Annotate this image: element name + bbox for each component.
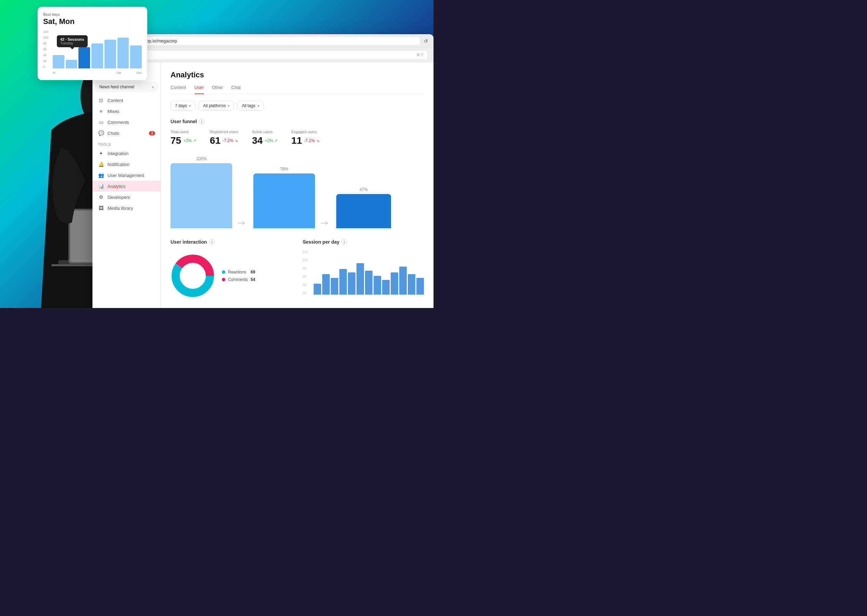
developers-icon: ⚙ <box>98 194 104 200</box>
active-users-change: +2% ↗ <box>265 138 278 143</box>
sidebar-item-notification[interactable]: 🔔 Notification <box>93 159 160 170</box>
funnel-pct-3: 47% <box>360 187 368 192</box>
days-filter[interactable]: 7 days ▾ <box>170 101 195 110</box>
session-bar-6 <box>356 263 364 295</box>
session-chart: 120 100 80 60 40 20 <box>303 250 424 302</box>
pie-chart-area: Reactions 69 Comments 54 <box>170 250 292 302</box>
user-management-icon: 👥 <box>98 173 104 178</box>
y-label-0: 0 <box>43 65 48 68</box>
session-bar-2 <box>322 274 330 295</box>
platforms-filter[interactable]: All platforms ▾ <box>198 101 234 110</box>
analytics-icon: 📊 <box>98 184 104 189</box>
funnel-bar-2 <box>253 173 315 228</box>
filters-row: 7 days ▾ All platforms ▾ All tags ▾ <box>170 101 424 110</box>
sidebar-item-user-management[interactable]: 👥 User Management <box>93 170 160 181</box>
session-bar-12 <box>408 274 415 295</box>
chart-y-axis: 120 100 80 60 40 20 0 <box>43 30 48 75</box>
active-users-label: Active users <box>252 130 278 134</box>
chart-card-label: Best days <box>43 12 142 16</box>
x-label-m: M <box>53 71 55 75</box>
chart-x-labels: M Sat Sun <box>53 71 142 75</box>
y-label-80: 80 <box>43 42 48 45</box>
registered-users-label: Registered users <box>210 130 238 134</box>
sidebar-item-integration[interactable]: ✦ Integration <box>93 148 160 159</box>
sidebar-mixes-label: Mixes <box>107 109 155 114</box>
tab-content[interactable]: Content <box>170 85 186 94</box>
session-bar-7 <box>365 271 373 295</box>
user-funnel-title: User funnel i <box>170 119 424 124</box>
user-interaction-info-icon[interactable]: i <box>209 239 215 245</box>
funnel-connector-1 <box>238 153 248 228</box>
chart-bar-5 <box>104 40 116 68</box>
session-bar-8 <box>374 276 381 295</box>
chart-bar-4 <box>91 44 103 68</box>
x-label-sat: Sat <box>116 71 121 75</box>
browser-url-bar[interactable]: 🔒 tchop.io/megacorp <box>129 37 420 45</box>
funnel-bar-group-1: 100% <box>170 156 232 228</box>
notification-icon: 🔔 <box>98 162 104 167</box>
channel-selector[interactable]: News feed channel ▾ <box>95 82 158 92</box>
sidebar-item-content[interactable]: ⊡ Content <box>93 95 160 106</box>
funnel-bar-1 <box>170 163 232 228</box>
session-per-day-info-icon[interactable]: i <box>341 239 347 245</box>
funnel-bar-group-3: 47% <box>336 187 391 228</box>
sidebar-item-media-library[interactable]: 🖼 Media library <box>93 203 160 214</box>
reactions-count: 69 <box>251 270 255 275</box>
funnel-bar-group-2: 78% <box>253 167 315 228</box>
integration-icon: ✦ <box>98 151 104 156</box>
analytics-page-title: Analytics <box>170 71 424 79</box>
tab-other[interactable]: Other <box>212 85 223 94</box>
chart-area: 42 · Sessions Tuesday 120 100 80 60 40 2… <box>43 30 142 75</box>
session-y-60: 60 <box>303 275 312 278</box>
metric-total-users: Total users 75 +2% ↗ <box>170 130 196 146</box>
session-y-40: 40 <box>303 283 312 286</box>
tab-user[interactable]: User <box>195 85 204 94</box>
sidebar-item-mixes[interactable]: ≡ Mixes <box>93 106 160 117</box>
session-bar-13 <box>416 278 424 295</box>
comments-icon: ▭ <box>98 119 104 125</box>
legend-comments: Comments 54 <box>222 277 255 282</box>
sidebar-developers-label: Developers <box>107 195 155 200</box>
chart-card: Best days Sat, Mon 42 · Sessions Tuesday… <box>38 7 147 80</box>
chart-bar-6 <box>118 38 129 68</box>
user-funnel-title-text: User funnel <box>170 119 197 124</box>
analytics-tabs: Content User Other Chat <box>170 85 424 94</box>
sidebar-item-comments[interactable]: ▭ Comments <box>93 117 160 128</box>
session-y-80: 80 <box>303 267 312 270</box>
tooltip-day: Tuesday <box>60 41 84 45</box>
metric-registered-users: Registered users 61 -7.2% ↘ <box>210 130 238 146</box>
chart-bar-3 <box>79 47 90 68</box>
legend-reactions: Reactions 69 <box>222 270 255 275</box>
session-y-100: 100 <box>303 258 312 262</box>
sidebar-item-developers[interactable]: ⚙ Developers <box>93 192 160 203</box>
session-y-20: 20 <box>303 291 312 295</box>
tab-chat[interactable]: Chat <box>231 85 241 94</box>
sidebar-notification-label: Notification <box>107 162 155 167</box>
sidebar-item-chats[interactable]: 💬 Chats 2 <box>93 128 160 138</box>
user-funnel-info-icon[interactable]: i <box>199 119 205 124</box>
session-per-day-title-text: Session per day <box>303 239 339 245</box>
svg-point-9 <box>182 265 204 287</box>
tooltip-value: 42 · Sessions <box>60 37 84 41</box>
registered-users-change: -7.2% ↘ <box>223 138 238 143</box>
session-bar-5 <box>348 272 356 295</box>
comments-legend-label: Comments <box>228 277 248 282</box>
funnel-pct-2: 78% <box>280 167 288 171</box>
tags-filter-arrow-icon: ▾ <box>258 104 259 108</box>
browser-refresh-button[interactable]: ↺ <box>424 38 428 44</box>
total-users-value-row: 75 +2% ↗ <box>170 135 196 146</box>
comments-count: 54 <box>251 277 255 282</box>
reactions-legend-label: Reactions <box>228 270 246 275</box>
engaged-users-change: -7.2% ↘ <box>304 138 319 143</box>
total-users-label: Total users <box>170 130 196 134</box>
sidebar-item-analytics[interactable]: 📊 Analytics <box>93 181 160 192</box>
sidebar-media-library-label: Media library <box>107 206 155 211</box>
y-label-120: 120 <box>43 30 48 33</box>
tags-filter[interactable]: All tags ▾ <box>237 101 263 110</box>
funnel-metrics-row: Total users 75 +2% ↗ Registered users 61… <box>170 130 424 146</box>
active-users-value: 34 <box>252 135 263 146</box>
sidebar-chats-label: Chats <box>107 131 146 136</box>
search-box[interactable]: 🔍 Search ⌘ F <box>98 50 428 60</box>
session-per-day-title: Session per day i <box>303 239 424 245</box>
browser-content: MegaCorp News feed channel ▾ ⊡ Content ≡… <box>93 62 433 308</box>
